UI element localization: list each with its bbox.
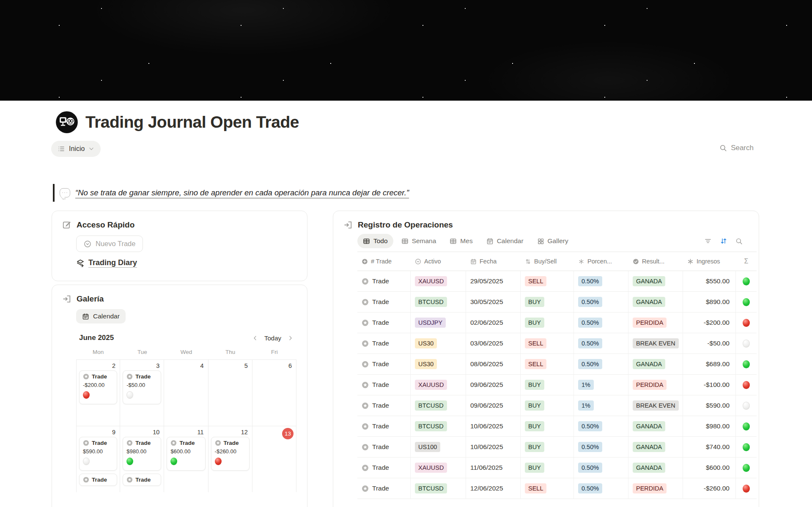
resultado-cell[interactable]: PERDIDA [628, 312, 683, 333]
fecha-cell[interactable]: 29/05/2025 [466, 271, 521, 291]
porcentaje-cell[interactable]: 0.50% [574, 458, 628, 478]
filter-icon[interactable] [704, 237, 712, 245]
ingresos-cell[interactable]: $550.00 [683, 271, 736, 291]
table-row[interactable]: Trade XAUUSD 11/06/2025 BUY 0.50% GANADA… [357, 458, 757, 478]
status-cell[interactable] [736, 375, 757, 395]
fecha-cell[interactable]: 30/05/2025 [466, 292, 521, 312]
buysell-cell[interactable]: BUY [521, 437, 574, 457]
activo-cell[interactable]: US30 [411, 354, 466, 374]
sort-icon[interactable] [720, 237, 727, 245]
porcentaje-cell[interactable]: 0.50% [574, 437, 628, 457]
trade-cell[interactable]: Trade [357, 354, 411, 374]
table-row[interactable]: Trade BTCUSD 10/06/2025 BUY 0.50% GANADA… [357, 416, 757, 437]
col-header-activo[interactable]: Activo [411, 252, 466, 271]
porcentaje-cell[interactable]: 0.50% [574, 416, 628, 436]
buysell-cell[interactable]: BUY [521, 458, 574, 478]
tab-mes[interactable]: Mes [444, 234, 478, 248]
ingresos-cell[interactable]: $590.00 [683, 395, 736, 416]
ingresos-cell[interactable]: $890.00 [683, 292, 736, 312]
new-trade-button[interactable]: Nuevo Trade [76, 236, 143, 252]
buysell-cell[interactable]: SELL [521, 333, 574, 354]
buysell-cell[interactable]: SELL [521, 354, 574, 374]
trade-cell[interactable]: Trade [357, 478, 411, 499]
calendar-day-cell[interactable]: 12 Trade -$260.00 [208, 426, 252, 492]
col-header-fecha[interactable]: Fecha [466, 252, 521, 271]
ingresos-cell[interactable]: -$50.00 [683, 333, 736, 354]
resultado-cell[interactable]: GANADA [628, 458, 683, 478]
ingresos-cell[interactable]: $740.00 [683, 437, 736, 457]
table-row[interactable]: Trade USDJPY 02/06/2025 BUY 0.50% PERDID… [357, 312, 757, 333]
calendar-event-card[interactable]: Trade -$200.00 [79, 370, 117, 404]
status-cell[interactable] [736, 271, 757, 291]
fecha-cell[interactable]: 09/06/2025 [466, 395, 521, 416]
calendar-day-cell[interactable]: 6 [252, 360, 296, 426]
col-header-sum[interactable]: Σ [736, 252, 757, 271]
next-month-icon[interactable] [287, 335, 294, 341]
calendar-view-tab[interactable]: Calendar [76, 309, 126, 323]
calendar-day-cell[interactable]: 11 Trade $600.00 [164, 426, 208, 492]
fecha-cell[interactable]: 03/06/2025 [466, 333, 521, 354]
inicio-nav-button[interactable]: Inicio [51, 141, 101, 157]
porcentaje-cell[interactable]: 0.50% [574, 271, 628, 291]
table-row[interactable]: Trade US30 08/06/2025 SELL 0.50% GANADA … [357, 354, 757, 375]
today-button[interactable]: Today [264, 334, 281, 342]
resultado-cell[interactable]: BREAK EVEN [628, 333, 683, 354]
status-cell[interactable] [736, 354, 757, 374]
trade-cell[interactable]: Trade [357, 333, 411, 354]
trade-cell[interactable]: Trade [357, 395, 411, 416]
activo-cell[interactable]: BTCUSD [411, 395, 466, 416]
buysell-cell[interactable]: BUY [521, 292, 574, 312]
table-row[interactable]: Trade BTCUSD 09/06/2025 BUY 1% BREAK EVE… [357, 395, 757, 416]
calendar-day-cell[interactable]: 2 Trade -$200.00 [76, 360, 120, 426]
table-row[interactable]: Trade BTCUSD 30/05/2025 BUY 0.50% GANADA… [357, 292, 757, 312]
resultado-cell[interactable]: GANADA [628, 416, 683, 436]
buysell-cell[interactable]: SELL [521, 478, 574, 499]
calendar-event-card[interactable]: Trade -$50.00 [123, 370, 161, 404]
buysell-cell[interactable]: BUY [521, 375, 574, 395]
trade-cell[interactable]: Trade [357, 437, 411, 457]
tab-todo[interactable]: Todo [357, 234, 393, 248]
porcentaje-cell[interactable]: 0.50% [574, 333, 628, 354]
trade-cell[interactable]: Trade [357, 312, 411, 333]
search-icon[interactable] [735, 238, 743, 245]
fecha-cell[interactable]: 08/06/2025 [466, 354, 521, 374]
activo-cell[interactable]: USDJPY [411, 312, 466, 333]
status-cell[interactable] [736, 333, 757, 354]
ingresos-cell[interactable]: $980.00 [683, 416, 736, 436]
activo-cell[interactable]: XAUUSD [411, 458, 466, 478]
activo-cell[interactable]: US100 [411, 437, 466, 457]
porcentaje-cell[interactable]: 0.50% [574, 478, 628, 499]
buysell-cell[interactable]: BUY [521, 312, 574, 333]
trading-diary-link[interactable]: Trading Diary [76, 258, 297, 267]
porcentaje-cell[interactable]: 1% [574, 375, 628, 395]
activo-cell[interactable]: BTCUSD [411, 416, 466, 436]
table-row[interactable]: Trade US100 10/06/2025 BUY 0.50% GANADA … [357, 437, 757, 458]
trade-cell[interactable]: Trade [357, 292, 411, 312]
trade-cell[interactable]: Trade [357, 271, 411, 291]
col-header-porcentaje[interactable]: Porcen... [574, 252, 628, 271]
activo-cell[interactable]: BTCUSD [411, 292, 466, 312]
calendar-event-card[interactable]: Trade [123, 474, 161, 486]
status-cell[interactable] [736, 458, 757, 478]
resultado-cell[interactable]: GANADA [628, 437, 683, 457]
ingresos-cell[interactable]: -$200.00 [683, 312, 736, 333]
fecha-cell[interactable]: 10/06/2025 [466, 437, 521, 457]
ingresos-cell[interactable]: $689.00 [683, 354, 736, 374]
status-cell[interactable] [736, 292, 757, 312]
buysell-cell[interactable]: BUY [521, 416, 574, 436]
buysell-cell[interactable]: SELL [521, 271, 574, 291]
table-row[interactable]: Trade US30 03/06/2025 SELL 0.50% BREAK E… [357, 333, 757, 354]
porcentaje-cell[interactable]: 0.50% [574, 312, 628, 333]
calendar-day-cell[interactable]: 3 Trade -$50.00 [120, 360, 164, 426]
col-header-trade[interactable]: # Trade [357, 252, 411, 271]
ingresos-cell[interactable]: -$100.00 [683, 375, 736, 395]
buysell-cell[interactable]: BUY [521, 395, 574, 416]
calendar-day-cell[interactable]: 10 Trade $980.00 Trade [120, 426, 164, 492]
trade-cell[interactable]: Trade [357, 375, 411, 395]
fecha-cell[interactable]: 12/06/2025 [466, 478, 521, 499]
fecha-cell[interactable]: 10/06/2025 [466, 416, 521, 436]
activo-cell[interactable]: US30 [411, 333, 466, 354]
page-logo-icon[interactable] [55, 111, 78, 134]
activo-cell[interactable]: XAUUSD [411, 271, 466, 291]
calendar-day-cell[interactable]: 4 [164, 360, 208, 426]
